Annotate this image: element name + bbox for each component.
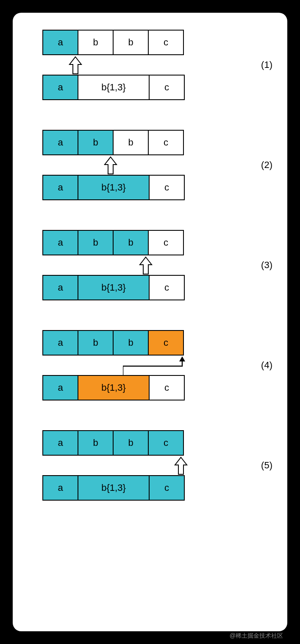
input-row: a b b c (42, 30, 275, 55)
arrow-up-icon (173, 456, 189, 475)
input-cell: b (78, 430, 114, 456)
pattern-cell: a (42, 175, 78, 200)
step-label: (5) (261, 460, 272, 471)
pattern-row: a b{1,3} c (42, 175, 275, 200)
pattern-cell: a (42, 475, 78, 501)
input-cell: b (113, 30, 149, 55)
pattern-cell: a (42, 75, 78, 100)
step-2: a b b c a b{1,3} c (2) (25, 130, 275, 200)
step-label: (2) (261, 160, 272, 171)
step-5: a b b c a b{1,3} c (5) (25, 430, 275, 501)
input-cell: a (42, 430, 78, 456)
pattern-cell: b{1,3} (78, 475, 150, 501)
input-cell: b (78, 230, 114, 255)
pattern-cell: b{1,3} (78, 75, 150, 100)
backtrack-arrow-icon (123, 356, 195, 378)
pattern-row: a b{1,3} c (42, 375, 275, 400)
input-row: a b b c (42, 130, 275, 155)
input-cell: a (42, 230, 78, 255)
step-3: a b b c a b{1,3} c (3) (25, 230, 275, 300)
input-cell: c (148, 430, 184, 456)
input-cell: c (148, 230, 184, 255)
pattern-cell: a (42, 375, 78, 400)
pattern-cell: a (42, 275, 78, 300)
input-cell: c (148, 130, 184, 155)
watermark-text: @稀土掘金技术社区 (230, 632, 283, 640)
input-cell: b (78, 330, 114, 356)
pattern-cell: b{1,3} (78, 375, 150, 400)
step-1: a b b c a b{1,3} c (1) (25, 30, 275, 100)
input-row: a b b c (42, 330, 275, 356)
step-label: (3) (261, 260, 272, 271)
pattern-cell: b{1,3} (78, 275, 150, 300)
input-row: a b b c (42, 430, 275, 456)
pattern-cell: c (149, 375, 185, 400)
step-4: a b b c a b{1,3} c (4) (25, 330, 275, 400)
arrow-up-icon (138, 256, 153, 275)
arrow-up-icon (68, 56, 83, 75)
arrow-up-icon (103, 156, 118, 175)
input-row: a b b c (42, 230, 275, 255)
input-cell: c (148, 330, 184, 356)
input-cell: b (113, 430, 149, 456)
input-cell: a (42, 130, 78, 155)
pattern-cell: c (149, 275, 185, 300)
pattern-cell: b{1,3} (78, 175, 150, 200)
pattern-cell: c (149, 75, 185, 100)
pattern-cell: c (149, 475, 185, 501)
input-cell: b (113, 230, 149, 255)
input-cell: a (42, 330, 78, 356)
input-cell: c (148, 30, 184, 55)
step-label: (4) (261, 360, 272, 371)
diagram-card: a b b c a b{1,3} c (1) a b b c a b{1,3} … (13, 13, 287, 631)
pattern-row: a b{1,3} c (42, 275, 275, 300)
pattern-row: a b{1,3} c (42, 75, 275, 100)
pattern-row: a b{1,3} c (42, 475, 275, 501)
input-cell: b (113, 130, 149, 155)
pattern-cell: c (149, 175, 185, 200)
input-cell: b (78, 130, 114, 155)
input-cell: a (42, 30, 78, 55)
input-cell: b (78, 30, 114, 55)
input-cell: b (113, 330, 149, 356)
step-label: (1) (261, 59, 272, 70)
